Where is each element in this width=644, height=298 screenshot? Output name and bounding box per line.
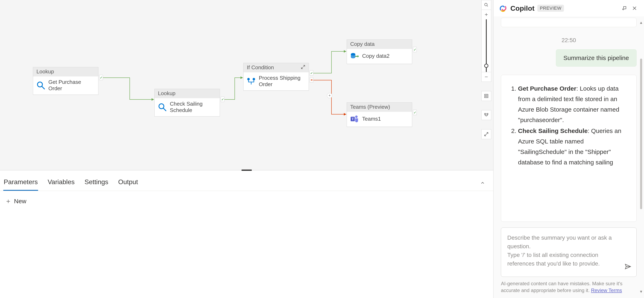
plus-icon: ＋	[5, 197, 12, 206]
activity-type: Teams (Preview)	[350, 104, 390, 110]
activity-title: Teams1	[362, 116, 381, 122]
svg-point-10	[485, 3, 487, 6]
scrollbar-thumb[interactable]	[640, 59, 642, 209]
status-success-chip[interactable]: ✓	[99, 75, 103, 80]
zoom-slider[interactable]	[481, 19, 491, 72]
svg-rect-16	[486, 95, 487, 97]
user-message: Summarize this pipeline	[556, 49, 636, 67]
svg-rect-17	[485, 114, 486, 115]
lookup-icon	[158, 102, 167, 112]
copilot-logo-icon	[498, 4, 508, 13]
activity-title: Process Shipping Order	[259, 75, 306, 88]
copilot-input-placeholder: Describe the summary you want or ask a q…	[507, 235, 612, 267]
lookup-icon	[36, 81, 46, 90]
scroll-up-icon[interactable]: ▲	[639, 20, 643, 25]
activity-type: Copy data	[350, 41, 375, 47]
status-success-chip[interactable]: ✓	[413, 110, 417, 115]
collapse-panel-button[interactable]	[480, 180, 485, 186]
copilot-title: Copilot	[510, 4, 534, 12]
tab-settings[interactable]: Settings	[84, 176, 109, 191]
add-activity-button[interactable]: +	[327, 93, 332, 98]
close-button[interactable]	[631, 4, 638, 12]
activity-type: Lookup	[36, 68, 54, 75]
copilot-disclaimer: AI-generated content can have mistakes. …	[494, 280, 644, 298]
new-parameter-button[interactable]: ＋ New	[5, 197, 26, 206]
assistant-message: Get Purchase Order: Looks up data from a…	[501, 75, 636, 222]
assistant-list-item: Check Sailing Schedule: Queries an Azure…	[518, 126, 627, 167]
expand-icon[interactable]	[301, 64, 305, 71]
assistant-list-item: Get Purchase Order: Looks up data from a…	[518, 83, 627, 125]
activity-teams1[interactable]: Teams (Preview) T Teams1	[347, 102, 412, 127]
send-button[interactable]	[624, 263, 632, 273]
copilot-input[interactable]: Describe the summary you want or ask a q…	[501, 228, 636, 277]
condition-icon	[246, 76, 256, 86]
activity-check-sailing-schedule[interactable]: Lookup Check Sailing Schedule	[154, 89, 220, 117]
pin-button[interactable]	[620, 4, 628, 12]
canvas-toolbar	[481, 0, 491, 139]
svg-point-9	[355, 116, 358, 118]
new-button-label: New	[14, 198, 26, 205]
tab-output[interactable]: Output	[118, 176, 138, 191]
scroll-down-icon[interactable]: ▼	[639, 290, 643, 294]
status-success-chip[interactable]: ✓	[221, 97, 224, 102]
zoom-slider-thumb[interactable]	[484, 64, 488, 68]
svg-rect-18	[487, 114, 488, 115]
previous-message-stub	[501, 18, 636, 27]
pipeline-canvas[interactable]: Lookup Get Purchase Order ✓ Lookup Check…	[0, 0, 493, 170]
activity-type: If Condition	[247, 64, 274, 71]
copilot-scrollbar[interactable]: ▲ ▼	[639, 20, 643, 294]
assistant-item-title: Get Purchase Order	[518, 85, 576, 92]
svg-rect-15	[485, 94, 488, 98]
activity-type: Lookup	[158, 90, 176, 97]
search-button[interactable]	[481, 0, 491, 10]
fit-to-screen-button[interactable]	[481, 91, 491, 101]
status-fail-chip[interactable]: ✕	[310, 77, 313, 83]
properties-panel: Parameters Variables Settings Output ＋ N…	[0, 170, 493, 298]
copilot-header: Copilot PREVIEW	[494, 0, 644, 16]
zoom-in-button[interactable]	[481, 10, 491, 19]
zoom-out-button[interactable]	[481, 72, 491, 82]
copilot-panel: Copilot PREVIEW 22:50 Summarize this pip…	[493, 0, 644, 298]
tab-parameters[interactable]: Parameters	[3, 176, 38, 191]
panel-tabs: Parameters Variables Settings Output	[0, 170, 493, 191]
copy-data-icon	[350, 51, 359, 61]
activity-process-shipping-order[interactable]: If Condition Process Shipping	[243, 63, 309, 91]
fullscreen-button[interactable]	[481, 129, 491, 139]
svg-line-3	[163, 108, 166, 111]
tab-variables[interactable]: Variables	[47, 176, 75, 191]
svg-line-1	[42, 86, 44, 89]
copilot-conversation[interactable]: 22:50 Summarize this pipeline Get Purcha…	[494, 16, 644, 222]
activity-get-purchase-order[interactable]: Lookup Get Purchase Order	[33, 67, 98, 95]
activity-title: Check Sailing Schedule	[170, 101, 217, 114]
svg-line-11	[487, 5, 488, 6]
activity-title: Get Purchase Order	[48, 79, 95, 92]
status-success-chip[interactable]: ✓	[413, 47, 417, 52]
status-success-chip[interactable]: ✓	[310, 70, 313, 76]
assistant-item-title: Check Sailing Schedule	[518, 128, 588, 134]
message-timestamp: 22:50	[501, 37, 636, 44]
svg-point-5	[252, 78, 255, 80]
review-terms-link[interactable]: Review Terms	[591, 288, 622, 293]
preview-badge: PREVIEW	[537, 5, 564, 12]
activity-title: Copy data2	[362, 53, 390, 59]
svg-point-4	[247, 78, 250, 80]
panel-resize-handle[interactable]	[242, 169, 252, 171]
svg-text:T: T	[352, 117, 354, 121]
auto-align-button[interactable]	[481, 110, 491, 120]
activity-copy-data2[interactable]: Copy data Copy data2	[347, 39, 412, 64]
teams-icon: T	[350, 114, 359, 124]
